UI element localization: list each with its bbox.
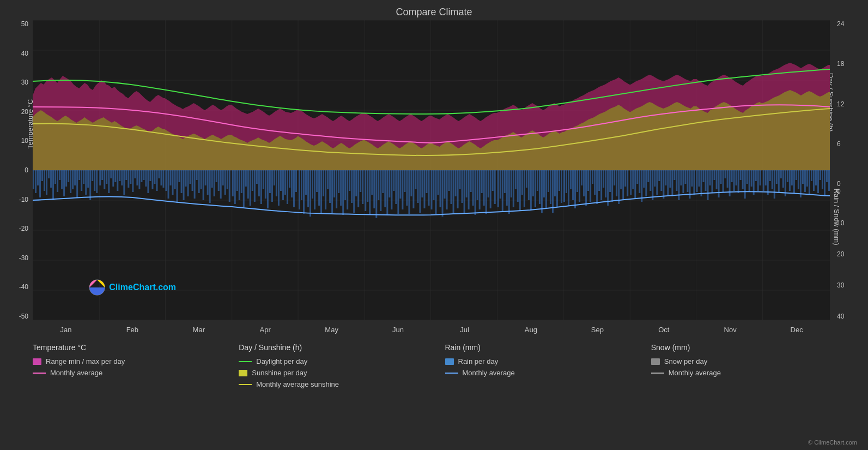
svg-rect-338 xyxy=(725,170,726,178)
svg-rect-42 xyxy=(70,170,71,193)
svg-rect-259 xyxy=(550,170,551,204)
svg-rect-148 xyxy=(305,170,307,195)
svg-rect-62 xyxy=(114,170,116,182)
svg-rect-227 xyxy=(479,170,481,209)
svg-rect-280 xyxy=(596,170,598,204)
legend-snow-label: Snow per day xyxy=(664,357,708,365)
svg-rect-305 xyxy=(652,170,653,200)
svg-rect-213 xyxy=(448,170,450,191)
svg-rect-122 xyxy=(247,170,249,199)
legend-temp-range: Range min / max per day xyxy=(33,357,239,365)
svg-rect-92 xyxy=(181,170,183,193)
svg-rect-55 xyxy=(99,170,101,185)
svg-rect-384 xyxy=(826,170,828,182)
svg-rect-269 xyxy=(572,170,574,200)
legend-line-snow xyxy=(651,373,664,374)
y-right-axis-top: 24 18 12 6 0 xyxy=(837,20,860,188)
svg-rect-273 xyxy=(581,170,582,185)
svg-rect-99 xyxy=(196,170,198,180)
svg-rect-358 xyxy=(769,170,771,181)
svg-rect-134 xyxy=(274,170,275,185)
svg-rect-309 xyxy=(660,170,662,191)
svg-rect-37 xyxy=(59,170,60,180)
svg-rect-130 xyxy=(265,170,266,199)
svg-rect-105 xyxy=(209,170,211,203)
legend-snow-avg-label: Monthly average xyxy=(669,369,721,377)
svg-rect-150 xyxy=(309,170,311,217)
svg-rect-287 xyxy=(611,170,613,202)
svg-rect-177 xyxy=(369,170,371,215)
svg-rect-158 xyxy=(327,170,329,189)
svg-rect-346 xyxy=(742,170,744,189)
svg-rect-256 xyxy=(543,170,545,197)
svg-rect-186 xyxy=(389,170,390,197)
svg-rect-43 xyxy=(72,170,74,189)
legend-snow-avg: Monthly average xyxy=(651,369,857,377)
x-month-aug: Aug xyxy=(497,326,564,334)
x-month-jul: Jul xyxy=(432,326,498,334)
svg-rect-29 xyxy=(41,170,43,181)
svg-rect-124 xyxy=(252,170,253,191)
svg-rect-250 xyxy=(530,170,532,209)
x-month-jan: Jan xyxy=(33,326,99,334)
svg-rect-96 xyxy=(190,170,191,184)
svg-rect-225 xyxy=(475,170,476,215)
svg-rect-41 xyxy=(68,170,69,182)
legend-temp-range-label: Range min / max per day xyxy=(46,357,125,365)
svg-rect-102 xyxy=(203,170,204,200)
svg-rect-61 xyxy=(112,170,114,187)
svg-rect-285 xyxy=(607,170,609,206)
svg-rect-352 xyxy=(755,170,757,181)
svg-rect-290 xyxy=(618,170,620,204)
svg-rect-385 xyxy=(828,170,830,191)
svg-rect-30 xyxy=(44,170,45,191)
svg-rect-118 xyxy=(239,170,240,200)
svg-rect-329 xyxy=(705,170,707,191)
svg-rect-354 xyxy=(760,170,761,185)
svg-rect-173 xyxy=(360,170,361,192)
svg-rect-296 xyxy=(632,170,634,189)
svg-rect-84 xyxy=(162,170,164,188)
svg-rect-223 xyxy=(470,170,472,192)
svg-rect-136 xyxy=(278,170,280,206)
svg-rect-174 xyxy=(362,170,363,204)
svg-rect-323 xyxy=(691,170,693,187)
svg-rect-185 xyxy=(386,170,388,215)
svg-rect-144 xyxy=(295,170,297,192)
svg-rect-242 xyxy=(513,170,514,207)
svg-rect-377 xyxy=(811,170,812,181)
svg-rect-235 xyxy=(497,170,499,207)
svg-rect-314 xyxy=(671,170,673,196)
svg-rect-93 xyxy=(183,170,185,200)
svg-rect-109 xyxy=(218,170,220,191)
svg-rect-373 xyxy=(802,170,804,184)
copyright: © ClimeChart.com xyxy=(808,439,857,446)
svg-rect-378 xyxy=(813,170,815,191)
svg-rect-176 xyxy=(367,170,368,202)
svg-rect-303 xyxy=(647,170,649,182)
svg-rect-189 xyxy=(395,170,397,204)
svg-rect-72 xyxy=(136,170,138,185)
svg-rect-239 xyxy=(506,170,508,206)
svg-rect-363 xyxy=(780,170,782,178)
svg-rect-297 xyxy=(634,170,636,199)
x-month-apr: Apr xyxy=(232,326,299,334)
svg-rect-196 xyxy=(410,170,412,196)
svg-rect-271 xyxy=(576,170,578,192)
y-label: -10 xyxy=(5,196,28,203)
svg-rect-347 xyxy=(744,170,746,199)
legend-temp-title: Temperature °C xyxy=(33,343,239,352)
legend-snow: Snow (mm) Snow per day Monthly average xyxy=(651,343,857,388)
svg-rect-331 xyxy=(709,170,711,185)
svg-rect-137 xyxy=(280,170,282,191)
svg-rect-49 xyxy=(85,170,87,195)
y-label: 12 xyxy=(837,100,860,108)
svg-rect-205 xyxy=(430,170,432,209)
svg-rect-379 xyxy=(815,170,817,185)
svg-rect-114 xyxy=(229,170,230,202)
svg-rect-89 xyxy=(174,170,176,189)
x-axis: Jan Feb Mar Apr May Jun Jul Aug Sep Oct … xyxy=(33,322,830,337)
svg-rect-156 xyxy=(323,170,324,196)
legend-snow-bars: Snow per day xyxy=(651,357,857,365)
y-label: 6 xyxy=(837,140,860,148)
